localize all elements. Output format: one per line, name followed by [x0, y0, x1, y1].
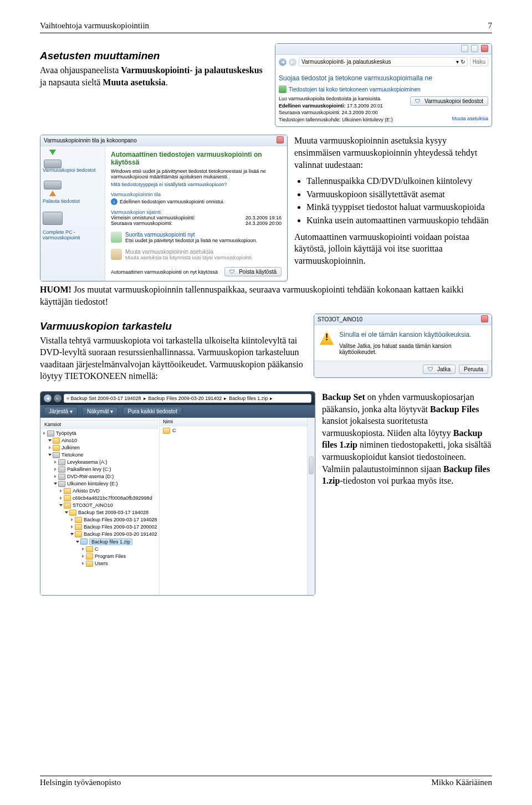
backup-now-button[interactable]: 🛡Varmuuskopioi tiedostot — [410, 96, 488, 106]
change-backup-link[interactable]: Muuta varmuuskopioinnin asetuksia — [125, 249, 253, 255]
nav-back-icon[interactable]: ◄ — [44, 394, 52, 402]
expand-icon[interactable] — [82, 547, 84, 551]
tree-label: Backup Files 2009-03-17 200002 — [84, 524, 157, 530]
breadcrumb[interactable]: « Backup Set 2009-03-17 194028▸ Backup F… — [64, 394, 311, 403]
folder-icon — [64, 488, 71, 494]
change-settings-link[interactable]: Muuta asetuksia — [452, 116, 488, 121]
expand-icon[interactable] — [82, 555, 84, 558]
backup-status-window: Varmuuskopioinnin tila ja kokoonpano Var… — [40, 135, 288, 281]
expand-icon[interactable] — [60, 496, 62, 500]
expand-icon[interactable] — [48, 439, 52, 442]
close-icon[interactable] — [481, 45, 488, 52]
tree-label: Backup Files 2009-03-20 191402 — [84, 531, 157, 537]
tree-node[interactable]: Backup Set 2009-03-17 194028 — [42, 509, 158, 516]
nav-fwd-icon[interactable]: ► — [289, 58, 296, 66]
tree-node[interactable]: Työpöytä — [42, 430, 158, 437]
min-icon[interactable] — [461, 45, 468, 52]
close-icon[interactable] — [277, 136, 284, 143]
tree-node[interactable]: Backup Files 2009-03-17 194028 — [42, 516, 158, 524]
tree-node[interactable]: Backup Files 2009-03-17 200002 — [42, 524, 158, 531]
expand-icon[interactable] — [54, 483, 57, 485]
drive-icon — [58, 474, 65, 480]
pa-desc: Luo varmuuskopioita tiedostoista ja kans… — [279, 95, 393, 102]
tree-node[interactable]: Backup files 1.zip — [42, 538, 158, 546]
breadcrumb[interactable]: Varmuuskopiointi- ja palautuskeskus▾ ↻ — [299, 57, 468, 66]
tree-node[interactable]: Backup Files 2009-03-20 191402 — [42, 531, 158, 538]
pb-title: Varmuuskopioinnin tila ja kokoonpano — [44, 137, 137, 143]
shield-icon: 🛡 — [415, 98, 421, 104]
expand-icon[interactable] — [54, 460, 57, 464]
max-icon[interactable] — [471, 45, 478, 52]
folder-icon — [75, 524, 82, 530]
expand-icon[interactable] — [70, 533, 74, 535]
huom-note: HUOM! Jos muutat varmuuskopioinnin talle… — [40, 284, 492, 307]
sidebar-item-backup[interactable]: Varmuuskopioi tiedostot — [43, 150, 103, 173]
tree-label: Paikallinen levy (C:) — [67, 466, 111, 472]
continue-button[interactable]: 🛡Jatka — [423, 365, 456, 374]
expand-icon[interactable] — [65, 511, 68, 514]
folder-icon — [69, 510, 76, 516]
pa-link-backup[interactable]: Tiedostojen tai koko tietokoneen varmuus… — [289, 86, 421, 93]
tree-node[interactable]: Paikallinen levy (C:) — [42, 466, 158, 473]
tree-node[interactable]: C — [42, 546, 158, 553]
rt-p1: Automaattinen varmuuskopiointi voidaan p… — [294, 231, 492, 267]
folder-icon — [64, 503, 71, 509]
expand-icon[interactable] — [71, 525, 73, 529]
window-caption — [275, 44, 492, 55]
tree-node[interactable]: Ulkoinen kiintolevy (E:) — [42, 480, 158, 488]
search-input[interactable]: Haku — [470, 57, 488, 66]
sidebar-item-restore[interactable]: Palauta tiedostot — [43, 181, 103, 204]
expand-icon[interactable] — [49, 446, 51, 449]
tree-label: Backup files 1.zip — [89, 539, 132, 545]
folder-icon — [64, 495, 71, 501]
cancel-button[interactable]: Peruuta — [459, 365, 488, 374]
organize-button[interactable]: Järjestä ▾ — [44, 407, 78, 416]
expand-icon[interactable] — [48, 454, 52, 456]
section1-title: Asetusten muuttaminen — [40, 50, 268, 62]
nav-fwd-icon[interactable]: ► — [54, 394, 62, 402]
run-backup-link[interactable]: Suorita varmuuskopiointi nyt — [125, 232, 257, 238]
expand-icon[interactable] — [54, 468, 57, 471]
drive-icon — [43, 212, 63, 225]
tree-node[interactable]: Program Files — [42, 553, 158, 560]
tree-node[interactable]: c69cb4a4821bc7f0008a0fb392998d — [42, 495, 158, 502]
section1-intro: Avaa ohjauspaneelista Varmuuskopiointi- … — [40, 64, 268, 88]
expand-icon[interactable] — [60, 489, 62, 493]
pb-d1: Windows etsii uudet ja päivittyneet tied… — [111, 168, 282, 180]
folder-icon — [86, 546, 93, 552]
folder-tree[interactable]: Kansiot TyöpöytäAino10JulkinenTietokoneL… — [40, 418, 159, 595]
list-item[interactable]: C — [160, 426, 307, 435]
rt-bullets: Tallennuspaikka CD/DVD/ulkoinen kiintole… — [306, 175, 492, 226]
file-list[interactable]: Nimi C — [159, 418, 307, 595]
expand-icon[interactable] — [71, 518, 73, 521]
tree-node[interactable]: STO3OT_AINO10 — [42, 502, 158, 509]
close-icon[interactable] — [481, 315, 488, 322]
header-left: Vaihtoehtoja varmuuskopiointiin — [40, 21, 149, 30]
nav-back-icon[interactable]: ◄ — [279, 58, 287, 66]
backup-explain: Backup Set on yhden varmuuskopiosarjan p… — [322, 391, 492, 487]
pb-status: Automaattinen varmuuskopiointi on nyt kä… — [111, 269, 218, 275]
tree-node[interactable]: Tietokone — [42, 452, 158, 459]
expand-icon[interactable] — [43, 432, 45, 435]
expand-icon[interactable] — [59, 504, 63, 506]
tree-node[interactable]: DVD-RW-asema (D:) — [42, 473, 158, 480]
scrollbar[interactable] — [307, 418, 315, 595]
tree-label: Tietokone — [62, 452, 83, 458]
tree-node[interactable]: Users — [42, 560, 158, 567]
disable-button[interactable]: 🛡Poista käytöstä — [224, 267, 282, 276]
tree-node[interactable]: Levykeasema (A:) — [42, 459, 158, 466]
pb-q1[interactable]: Mitä tiedostotyyppejä ei sisällytetä var… — [111, 182, 282, 187]
expand-icon[interactable] — [54, 475, 57, 478]
tree-node[interactable]: Aino10 — [42, 437, 158, 444]
extract-button[interactable]: Pura kaikki tiedostot — [122, 407, 182, 416]
sidebar-item-complete-pc[interactable]: Complete PC -varmuuskopiointi — [43, 212, 103, 240]
folder-icon — [75, 531, 82, 537]
expand-icon[interactable] — [82, 562, 84, 565]
expand-icon[interactable] — [76, 541, 79, 543]
tree-node[interactable]: Arkisto DVD — [42, 488, 158, 495]
list-header: Nimi — [160, 418, 307, 426]
views-button[interactable]: Näkymät ▾ — [82, 407, 118, 416]
tree-node[interactable]: Julkinen — [42, 444, 158, 452]
tree-label: DVD-RW-asema (D:) — [67, 474, 114, 479]
section2-title: Varmuuskopion tarkastelu — [40, 320, 307, 332]
